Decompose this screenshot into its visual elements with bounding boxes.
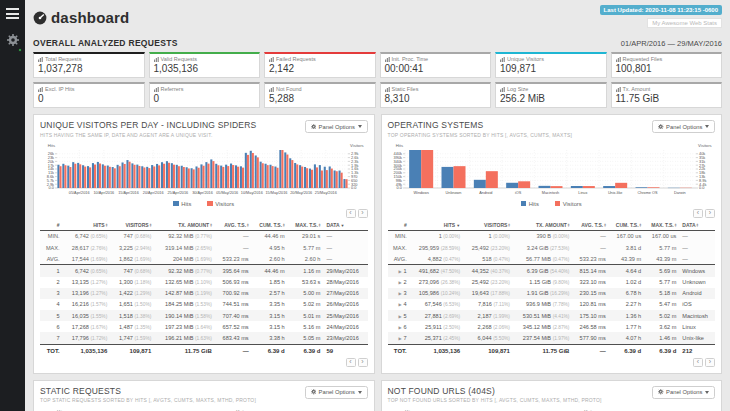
panel-options-button[interactable]: Panel Options: [652, 120, 715, 133]
legend-label: Hits: [181, 201, 191, 207]
card-value: 11.75 GiB: [616, 93, 718, 104]
gear-icon: [658, 389, 664, 395]
table-row[interactable]: ▶467,546 (6.53%)7,816 (7.11%)936.9 MiB (…: [388, 299, 716, 310]
bar-chart-icon: [38, 57, 43, 62]
svg-text:2.9k: 2.9k: [351, 151, 358, 156]
summary-card-log-size: Log Size256.2 MiB: [495, 82, 607, 108]
brand-title: dashboard: [51, 9, 129, 26]
column-header-avg-t-s-[interactable]: AVG. T.S.▴▾: [215, 220, 252, 231]
table-row: 516,035 (1.55%)1,518 (1.38%)190.14 MiB (…: [40, 310, 368, 321]
bar-chart-icon: [500, 57, 505, 62]
table-row: 213,135 (1.27%)1,300 (1.18%)132.65 MiB (…: [40, 277, 368, 288]
panel-options-button[interactable]: Panel Options: [652, 386, 715, 399]
panel-options-button[interactable]: Panel Options: [305, 386, 368, 399]
card-value: 2,142: [269, 63, 371, 74]
svg-text:Android: Android: [479, 190, 492, 194]
column-header-visitors[interactable]: VISITORS▴▾: [463, 220, 513, 231]
summary-card-tx-amount: Tx. Amount11.75 GiB: [611, 82, 723, 108]
svg-text:15/May/2016: 15/May/2016: [266, 190, 288, 194]
svg-text:25/Apr/2016: 25/Apr/2016: [167, 190, 188, 194]
prev-page-button[interactable]: ‹: [693, 358, 703, 367]
column-header-cum-t-s-[interactable]: CUM. T.S.▴▾: [609, 220, 644, 231]
legend-label: Visitors: [563, 201, 582, 207]
summary-row-max: MAX.295,959 (28.59%)25,492 (23.20%)3.24 …: [388, 242, 716, 253]
sort-icon: ▴▾: [508, 223, 510, 228]
table-row[interactable]: ▶625,911 (2.50%)2,268 (2.06%)345.12 MiB …: [388, 321, 716, 332]
expand-row-icon[interactable]: ▶: [398, 314, 401, 319]
legend-item-hits[interactable]: Hits: [173, 201, 191, 207]
table-row[interactable]: ▶1491,682 (47.50%)44,352 (40.37%)6.39 Gi…: [388, 265, 716, 277]
panel-options-button[interactable]: Panel Options: [305, 120, 368, 133]
card-label: Total Requests: [45, 56, 81, 62]
table-row[interactable]: ▶725,371 (2.45%)6,044 (5.50%)237.54 MiB …: [388, 332, 716, 344]
sort-icon: ▴▾: [697, 223, 699, 228]
static-requests-chart-top: HitsVisitors390k: [40, 407, 368, 411]
sort-desc-icon: ▼: [456, 223, 460, 228]
card-label: Log Size: [507, 86, 528, 92]
expand-row-icon[interactable]: ▶: [398, 325, 401, 330]
column-header-index[interactable]: #: [388, 220, 410, 231]
legend-item-visitors[interactable]: Visitors: [207, 201, 234, 207]
column-header-max-t-s-[interactable]: MAX. T.S.▴▾: [644, 220, 679, 231]
card-label: Failed Requests: [276, 56, 316, 62]
card-label: Tx. Amount: [623, 86, 651, 92]
column-header-tx-amount[interactable]: TX. AMOUNT▴▾: [154, 220, 214, 231]
next-page-button[interactable]: ›: [705, 209, 715, 218]
settings-gear-icon[interactable]: [6, 33, 20, 51]
expand-row-icon[interactable]: ▶: [398, 269, 401, 274]
svg-text:05/May/2016: 05/May/2016: [216, 190, 238, 194]
column-header-data[interactable]: DATA▴▾: [679, 220, 715, 231]
legend-label: Hits: [529, 201, 539, 207]
card-value: 0: [154, 93, 256, 104]
card-value: 1,037,278: [38, 63, 140, 74]
next-page-button[interactable]: ›: [358, 209, 368, 218]
column-header-index[interactable]: #: [40, 220, 63, 231]
legend-item-hits[interactable]: Hits: [521, 201, 539, 207]
prev-page-button[interactable]: ‹: [346, 358, 356, 367]
os-table: #HITS▼VISITORS▴▾TX. AMOUNT▴▾AVG. T.S.▴▾C…: [388, 220, 716, 357]
total-row: TOT.1,035,136109,87111.75 GiB—6.39 d6.39…: [40, 344, 368, 357]
table-pagination-bottom: ‹›: [40, 358, 368, 367]
menu-toggle-icon[interactable]: [6, 8, 19, 19]
column-header-max-t-s-[interactable]: MAX. T.S.▴▾: [288, 220, 324, 231]
expand-row-icon[interactable]: ▶: [398, 291, 401, 296]
table-pagination-bottom: ‹›: [388, 358, 716, 367]
column-header-avg-t-s-[interactable]: AVG. T.S.▴▾: [572, 220, 608, 231]
table-row[interactable]: ▶3105,986 (10.24%)19,643 (17.88%)1.91 Gi…: [388, 288, 716, 299]
column-header-tx-amount[interactable]: TX. AMOUNT▴▾: [513, 220, 572, 231]
column-header-visitors[interactable]: VISITORS▴▾: [110, 220, 154, 231]
expand-row-icon[interactable]: ▶: [398, 280, 401, 285]
svg-text:iOS: iOS: [514, 190, 521, 194]
total-row: TOT.1,035,136109,87111.75 GiB—6.39 d6.39…: [388, 344, 716, 357]
card-value: 100,801: [616, 63, 718, 74]
sort-icon: ▴▾: [604, 223, 606, 228]
svg-text:Linux: Linux: [578, 190, 587, 194]
visitors-chart: 0.00.02.9k3205.7k6508.6k97011k1.3k14k1.6…: [40, 142, 368, 207]
expand-row-icon[interactable]: ▶: [398, 336, 401, 341]
summary-card-unique-visitors: Unique Visitors109,871: [495, 52, 607, 78]
column-header-hits[interactable]: HITS▴▾: [63, 220, 111, 231]
card-label: Unique Visitors: [507, 56, 544, 62]
prev-page-button[interactable]: ‹: [693, 209, 703, 218]
svg-text:Hits: Hits: [395, 142, 402, 147]
next-page-button[interactable]: ›: [358, 358, 368, 367]
column-header-cum-t-s-[interactable]: CUM. T.S.▴▾: [252, 220, 288, 231]
expand-row-icon[interactable]: ▶: [398, 302, 401, 307]
sort-icon: ▴▾: [283, 223, 285, 228]
table-row: 313,196 (1.27%)1,422 (1.29%)142.87 MiB (…: [40, 288, 368, 299]
column-header-data[interactable]: DATA▼: [323, 220, 367, 231]
summary-card-failed-requests: Failed Requests2,142: [264, 52, 376, 78]
prev-page-button[interactable]: ‹: [346, 209, 356, 218]
top-bar: dashboard Last Updated: 2020-11-08 11:23…: [33, 0, 722, 36]
gear-icon: [311, 124, 317, 130]
column-header-hits[interactable]: HITS▼: [410, 220, 463, 231]
table-row: 717,796 (1.72%)1,747 (1.59%)196.21 MiB (…: [40, 332, 368, 344]
table-row[interactable]: ▶2273,096 (26.38%)25,492 (23.20%)1.15 Gi…: [388, 277, 716, 288]
legend-item-visitors[interactable]: Visitors: [555, 201, 582, 207]
svg-text:25/May/2016: 25/May/2016: [315, 190, 337, 194]
svg-text:30/Apr/2016: 30/Apr/2016: [192, 190, 213, 194]
next-page-button[interactable]: ›: [705, 358, 715, 367]
summary-card-not-found: Not Found5,288: [264, 82, 376, 108]
table-row[interactable]: ▶527,881 (2.69%)2,187 (1.99%)530.51 MiB …: [388, 310, 716, 321]
summary-card-requested-files: Requested Files100,801: [611, 52, 723, 78]
